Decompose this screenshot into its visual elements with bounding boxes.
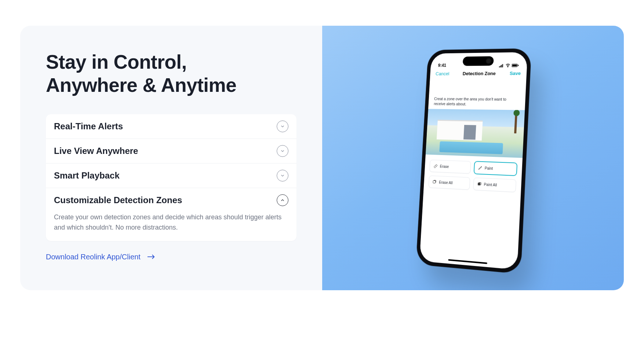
right-panel: 9:41 Cancel Detection Zone Save Creat a … [322, 26, 624, 290]
eraser-icon [433, 164, 438, 168]
accordion-header[interactable]: Real-Time Alerts [46, 114, 296, 138]
status-icons [499, 64, 519, 67]
status-time: 9:41 [438, 63, 447, 68]
accordion-header[interactable]: Customizable Detection Zones [46, 188, 296, 212]
headline-line2: Anywhere & Anytime [46, 74, 236, 96]
phone-hint-text: Creat a zone over the area you don't wan… [428, 80, 526, 110]
phone-screen: 9:41 Cancel Detection Zone Save Creat a … [419, 52, 528, 270]
preview-pool [439, 141, 503, 154]
home-indicator [448, 259, 487, 264]
accordion-item-real-time-alerts: Real-Time Alerts [46, 114, 296, 139]
preview-house [437, 120, 483, 141]
accordion-title: Smart Playback [54, 170, 120, 181]
tool-erase-button[interactable]: Erase [429, 160, 471, 174]
left-panel: Stay in Control, Anywhere & Anytime Real… [20, 26, 322, 290]
download-link[interactable]: Download Reolink App/Client [46, 253, 296, 261]
accordion-body: Create your own detection zones and deci… [46, 212, 296, 241]
svg-rect-8 [518, 65, 519, 66]
accordion-item-smart-playback: Smart Playback [46, 163, 296, 188]
accordion-header[interactable]: Live View Anywhere [46, 139, 296, 163]
svg-rect-2 [500, 65, 501, 67]
download-link-label: Download Reolink App/Client [46, 253, 141, 261]
headline: Stay in Control, Anywhere & Anytime [46, 51, 296, 97]
signal-icon [499, 64, 504, 67]
phone-mockup: 9:41 Cancel Detection Zone Save Creat a … [416, 48, 532, 274]
chevron-down-icon [277, 120, 288, 132]
phone-navbar: Cancel Detection Zone Save [430, 68, 527, 80]
accordion-item-detection-zones: Customizable Detection Zones Create your… [46, 188, 296, 241]
svg-rect-1 [499, 66, 500, 67]
feature-card: Stay in Control, Anywhere & Anytime Real… [20, 26, 624, 290]
svg-rect-9 [433, 181, 436, 183]
accordion-header[interactable]: Smart Playback [46, 163, 296, 188]
phone-nav-title: Detection Zone [463, 71, 496, 76]
phone-save-button[interactable]: Save [510, 71, 521, 76]
chevron-up-icon [277, 194, 288, 206]
tool-paint-button[interactable]: Paint [474, 162, 517, 176]
erase-all-icon [433, 180, 437, 184]
accordion-title: Customizable Detection Zones [54, 195, 182, 205]
tool-erase-all-button[interactable]: Erase All [429, 176, 470, 190]
svg-rect-7 [512, 65, 517, 66]
phone-camera-preview[interactable] [426, 109, 525, 158]
phone-tool-grid: Erase Paint Erase All Paint All [423, 155, 523, 198]
paint-all-icon [477, 182, 481, 187]
accordion-title: Live View Anywhere [54, 146, 138, 156]
tool-label: Erase All [439, 180, 453, 185]
battery-icon [512, 64, 519, 67]
pencil-icon [478, 166, 482, 170]
accordion: Real-Time Alerts Live View Anywhere Smar… [46, 114, 296, 241]
arrow-right-icon [147, 253, 155, 261]
chevron-down-icon [277, 170, 288, 181]
accordion-title: Real-Time Alerts [54, 121, 123, 132]
preview-palm [514, 113, 517, 134]
phone-cancel-button[interactable]: Cancel [436, 71, 450, 76]
tool-label: Paint All [484, 182, 497, 187]
accordion-item-live-view: Live View Anywhere [46, 139, 296, 163]
svg-rect-4 [502, 64, 503, 67]
chevron-down-icon [277, 145, 288, 157]
headline-line1: Stay in Control, [46, 51, 187, 73]
dynamic-island [462, 56, 494, 66]
svg-rect-3 [501, 65, 502, 67]
tool-label: Paint [485, 166, 493, 170]
tool-label: Erase [440, 164, 449, 169]
svg-point-5 [507, 66, 508, 67]
tool-paint-all-button[interactable]: Paint All [473, 178, 516, 193]
wifi-icon [506, 64, 510, 67]
